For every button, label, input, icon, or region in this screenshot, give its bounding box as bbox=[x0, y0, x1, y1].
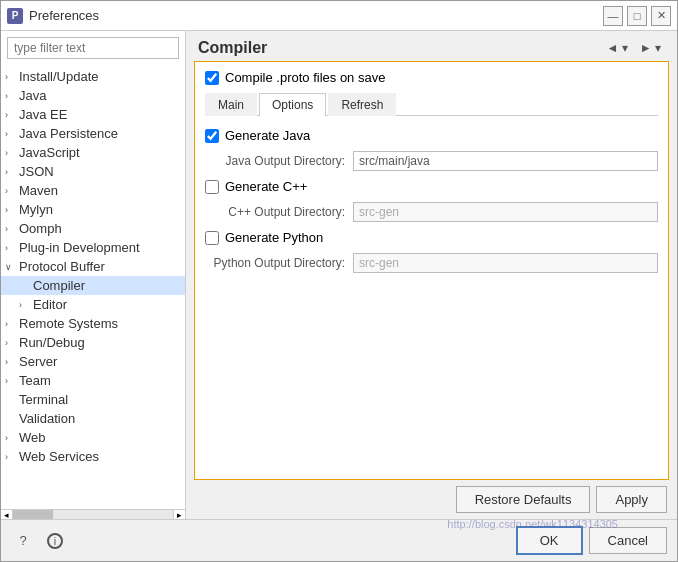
sidebar-item-label: Remote Systems bbox=[19, 316, 181, 331]
nav-forward-icon: ► ▾ bbox=[640, 41, 661, 55]
panel-header: Compiler ◄ ▾ ► ▾ bbox=[186, 31, 677, 61]
sidebar-item-label: Run/Debug bbox=[19, 335, 181, 350]
sidebar-item-label: Editor bbox=[33, 297, 181, 312]
arrow-icon: › bbox=[5, 224, 19, 234]
arrow-icon: › bbox=[5, 319, 19, 329]
arrow-icon: › bbox=[5, 72, 19, 82]
tab-options[interactable]: Options bbox=[259, 93, 326, 116]
bottom-bar: Restore Defaults Apply bbox=[186, 480, 677, 519]
sidebar-item-protocol-buffer[interactable]: ∨Protocol Buffer bbox=[1, 257, 185, 276]
arrow-icon: ∨ bbox=[5, 262, 19, 272]
generate-python-checkbox[interactable] bbox=[205, 231, 219, 245]
ok-button[interactable]: OK bbox=[516, 526, 583, 555]
compile-proto-label: Compile .proto files on save bbox=[225, 70, 385, 85]
restore-defaults-button[interactable]: Restore Defaults bbox=[456, 486, 591, 513]
nav-forward-button[interactable]: ► ▾ bbox=[636, 39, 665, 57]
close-button[interactable]: ✕ bbox=[651, 6, 671, 26]
sidebar-item-label: Oomph bbox=[19, 221, 181, 236]
sidebar-item-install-update[interactable]: ›Install/Update bbox=[1, 67, 185, 86]
options-section: Generate Java Java Output Directory: Gen… bbox=[205, 124, 658, 273]
sidebar-hscrollbar[interactable]: ◂ ▸ bbox=[1, 509, 185, 519]
footer-bar: ? i OK Cancel bbox=[1, 519, 677, 561]
nav-back-button[interactable]: ◄ ▾ bbox=[603, 39, 632, 57]
nav-back-icon: ◄ ▾ bbox=[607, 41, 628, 55]
sidebar-tree: ›Install/Update›Java›Java EE›Java Persis… bbox=[1, 65, 185, 509]
arrow-icon: › bbox=[5, 148, 19, 158]
panel-nav-icons: ◄ ▾ ► ▾ bbox=[603, 39, 665, 57]
sidebar-item-plugin-dev[interactable]: ›Plug-in Development bbox=[1, 238, 185, 257]
generate-java-label: Generate Java bbox=[225, 128, 310, 143]
scroll-track[interactable] bbox=[13, 510, 173, 519]
sidebar-item-label: JSON bbox=[19, 164, 181, 179]
minimize-button[interactable]: — bbox=[603, 6, 623, 26]
arrow-icon: › bbox=[5, 452, 19, 462]
maximize-button[interactable]: □ bbox=[627, 6, 647, 26]
generate-cpp-checkbox[interactable] bbox=[205, 180, 219, 194]
sidebar-item-java-persistence[interactable]: ›Java Persistence bbox=[1, 124, 185, 143]
arrow-icon: › bbox=[5, 91, 19, 101]
generate-python-row: Generate Python bbox=[205, 230, 658, 245]
sidebar-item-label: Web bbox=[19, 430, 181, 445]
scroll-thumb[interactable] bbox=[13, 510, 53, 519]
main-content: ›Install/Update›Java›Java EE›Java Persis… bbox=[1, 31, 677, 519]
sidebar-item-java[interactable]: ›Java bbox=[1, 86, 185, 105]
tab-main[interactable]: Main bbox=[205, 93, 257, 116]
title-bar-controls: — □ ✕ bbox=[603, 6, 671, 26]
generate-java-checkbox[interactable] bbox=[205, 129, 219, 143]
sidebar-item-oomph[interactable]: ›Oomph bbox=[1, 219, 185, 238]
sidebar-item-remote-systems[interactable]: ›Remote Systems bbox=[1, 314, 185, 333]
cpp-output-input[interactable] bbox=[353, 202, 658, 222]
sidebar-item-label: Team bbox=[19, 373, 181, 388]
cpp-output-row: C++ Output Directory: bbox=[205, 202, 658, 222]
sidebar-item-run-debug[interactable]: ›Run/Debug bbox=[1, 333, 185, 352]
sidebar-item-editor[interactable]: ›Editor bbox=[1, 295, 185, 314]
python-output-input[interactable] bbox=[353, 253, 658, 273]
java-output-label: Java Output Directory: bbox=[205, 154, 345, 168]
sidebar-item-label: Maven bbox=[19, 183, 181, 198]
sidebar-item-web[interactable]: ›Web bbox=[1, 428, 185, 447]
help-button[interactable]: ? bbox=[11, 529, 35, 553]
python-output-label: Python Output Directory: bbox=[205, 256, 345, 270]
sidebar-item-label: Compiler bbox=[33, 278, 181, 293]
arrow-icon: › bbox=[5, 376, 19, 386]
sidebar-item-team[interactable]: ›Team bbox=[1, 371, 185, 390]
footer-left: ? i bbox=[11, 529, 67, 553]
compile-proto-row: Compile .proto files on save bbox=[205, 70, 658, 85]
right-panel: Compiler ◄ ▾ ► ▾ Compile .proto files on… bbox=[186, 31, 677, 519]
sidebar-item-web-services[interactable]: ›Web Services bbox=[1, 447, 185, 466]
scroll-left-btn[interactable]: ◂ bbox=[1, 510, 13, 519]
java-output-row: Java Output Directory: bbox=[205, 151, 658, 171]
sidebar-item-label: Plug-in Development bbox=[19, 240, 181, 255]
compile-proto-checkbox[interactable] bbox=[205, 71, 219, 85]
generate-cpp-label: Generate C++ bbox=[225, 179, 307, 194]
info-button[interactable]: i bbox=[43, 529, 67, 553]
sidebar: ›Install/Update›Java›Java EE›Java Persis… bbox=[1, 31, 186, 519]
arrow-icon: › bbox=[5, 357, 19, 367]
java-output-input[interactable] bbox=[353, 151, 658, 171]
sidebar-item-label: Protocol Buffer bbox=[19, 259, 181, 274]
apply-button[interactable]: Apply bbox=[596, 486, 667, 513]
sidebar-item-label: Java Persistence bbox=[19, 126, 181, 141]
arrow-icon: › bbox=[5, 129, 19, 139]
python-output-row: Python Output Directory: bbox=[205, 253, 658, 273]
sidebar-item-mylyn[interactable]: ›Mylyn bbox=[1, 200, 185, 219]
cancel-button[interactable]: Cancel bbox=[589, 527, 667, 554]
sidebar-item-javascript[interactable]: ›JavaScript bbox=[1, 143, 185, 162]
generate-python-label: Generate Python bbox=[225, 230, 323, 245]
sidebar-item-label: Java EE bbox=[19, 107, 181, 122]
sidebar-item-validation[interactable]: Validation bbox=[1, 409, 185, 428]
title-bar: P Preferences — □ ✕ bbox=[1, 1, 677, 31]
sidebar-item-json[interactable]: ›JSON bbox=[1, 162, 185, 181]
arrow-icon: › bbox=[5, 338, 19, 348]
sidebar-item-compiler[interactable]: Compiler bbox=[1, 276, 185, 295]
filter-input[interactable] bbox=[7, 37, 179, 59]
tab-refresh[interactable]: Refresh bbox=[328, 93, 396, 116]
arrow-icon: › bbox=[19, 300, 33, 310]
sidebar-item-java-ee[interactable]: ›Java EE bbox=[1, 105, 185, 124]
scroll-right-btn[interactable]: ▸ bbox=[173, 510, 185, 519]
sidebar-item-terminal[interactable]: Terminal bbox=[1, 390, 185, 409]
sidebar-item-label: Validation bbox=[19, 411, 181, 426]
sidebar-item-maven[interactable]: ›Maven bbox=[1, 181, 185, 200]
footer-right: OK Cancel bbox=[516, 526, 667, 555]
sidebar-item-server[interactable]: ›Server bbox=[1, 352, 185, 371]
